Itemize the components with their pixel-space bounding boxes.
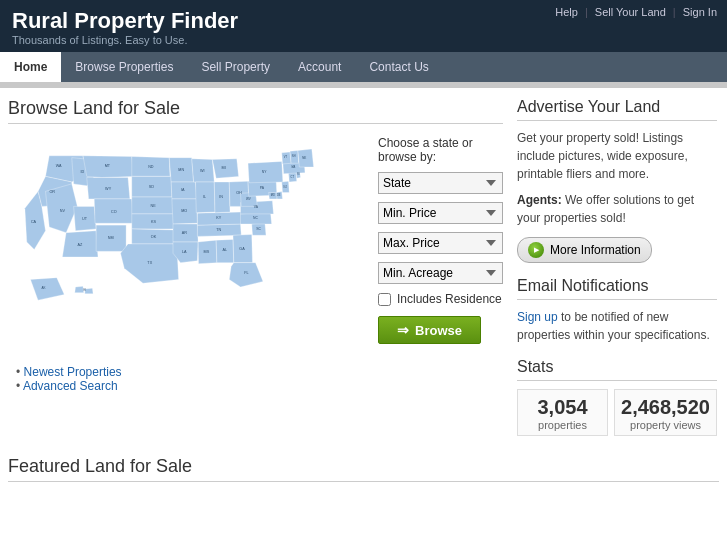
sign-in-link[interactable]: Sign In <box>683 6 717 18</box>
state-select[interactable]: State <box>378 172 503 194</box>
main-nav: Home Browse Properties Sell Property Acc… <box>0 52 727 82</box>
usa-map-container: WA OR CA NV ID MT WY UT CO AZ NM ND SD N… <box>8 132 368 355</box>
svg-text:WA: WA <box>56 164 62 168</box>
newest-properties-link[interactable]: Newest Properties <box>24 365 122 379</box>
browse-button-label: Browse <box>415 323 462 338</box>
svg-text:NY: NY <box>262 170 267 174</box>
svg-text:MI: MI <box>222 167 226 171</box>
svg-text:ID: ID <box>80 170 84 174</box>
browse-arrow-icon: ⇒ <box>397 322 409 338</box>
svg-text:HI: HI <box>83 288 86 292</box>
views-label: property views <box>621 419 710 431</box>
properties-label: properties <box>524 419 601 431</box>
svg-text:MT: MT <box>105 164 111 168</box>
site-header: Help | Sell Your Land | Sign In Rural Pr… <box>0 0 727 52</box>
stats-boxes: 3,054 properties 2,468,520 property view… <box>517 389 717 436</box>
left-column: Browse Land for Sale <box>8 98 503 436</box>
nav-home[interactable]: Home <box>0 52 61 82</box>
svg-text:SC: SC <box>256 227 261 231</box>
play-icon <box>528 242 544 258</box>
stats-title: Stats <box>517 358 717 381</box>
more-info-button[interactable]: More Information <box>517 237 652 263</box>
svg-text:NV: NV <box>60 209 66 213</box>
sell-land-link[interactable]: Sell Your Land <box>595 6 666 18</box>
svg-text:IN: IN <box>219 196 223 200</box>
svg-text:KY: KY <box>216 216 222 220</box>
svg-text:WY: WY <box>105 187 112 191</box>
featured-title: Featured Land for Sale <box>8 456 719 482</box>
svg-text:LA: LA <box>182 250 187 254</box>
svg-text:IL: IL <box>203 196 206 200</box>
svg-text:NC: NC <box>253 216 258 220</box>
nav-browse-properties[interactable]: Browse Properties <box>61 52 187 82</box>
property-links: Newest Properties Advanced Search <box>8 365 503 393</box>
svg-text:WI: WI <box>200 169 205 173</box>
more-info-label: More Information <box>550 243 641 257</box>
browse-form: Choose a state or browse by: State Min. … <box>378 132 503 355</box>
svg-text:OR: OR <box>49 191 55 195</box>
svg-text:OK: OK <box>151 235 157 239</box>
svg-text:MN: MN <box>178 168 184 172</box>
svg-text:TN: TN <box>216 228 221 232</box>
svg-text:OH: OH <box>236 191 242 195</box>
svg-text:NE: NE <box>151 204 157 208</box>
usa-map[interactable]: WA OR CA NV ID MT WY UT CO AZ NM ND SD N… <box>8 132 368 352</box>
advertise-text: Get your property sold! Listings include… <box>517 129 717 183</box>
properties-count: 3,054 <box>524 396 601 419</box>
svg-text:NM: NM <box>108 236 114 240</box>
main-content: Browse Land for Sale <box>0 88 727 446</box>
svg-text:MS: MS <box>204 250 210 254</box>
views-count: 2,468,520 <box>621 396 710 419</box>
svg-text:MO: MO <box>181 209 187 213</box>
email-title: Email Notifications <box>517 277 717 300</box>
email-section: Email Notifications Sign up to be notifi… <box>517 277 717 344</box>
browse-title: Browse Land for Sale <box>8 98 503 124</box>
nav-sell-property[interactable]: Sell Property <box>187 52 284 82</box>
help-link[interactable]: Help <box>555 6 578 18</box>
agents-label: Agents: <box>517 193 562 207</box>
includes-residence-checkbox[interactable] <box>378 293 391 306</box>
svg-text:GA: GA <box>239 247 245 251</box>
svg-text:UT: UT <box>82 218 88 222</box>
min-acreage-select[interactable]: Min. Acreage <box>378 262 503 284</box>
svg-text:AZ: AZ <box>78 243 84 247</box>
max-price-select[interactable]: Max. Price <box>378 232 503 254</box>
svg-text:IA: IA <box>181 189 185 193</box>
email-text: Sign up to be notified of new properties… <box>517 308 717 344</box>
right-column: Advertise Your Land Get your property so… <box>517 98 717 436</box>
svg-text:SD: SD <box>149 185 155 189</box>
site-tagline: Thousands of Listings. Easy to Use. <box>12 34 715 46</box>
svg-text:KS: KS <box>151 220 157 224</box>
sign-up-link[interactable]: Sign up <box>517 310 558 324</box>
svg-text:ND: ND <box>148 165 154 169</box>
nav-account[interactable]: Account <box>284 52 355 82</box>
svg-text:AK: AK <box>42 286 46 290</box>
svg-text:AL: AL <box>222 249 227 253</box>
svg-text:TX: TX <box>147 261 152 265</box>
includes-residence-row: Includes Residence <box>378 292 503 306</box>
advertise-agents: Agents: We offer solutions to get your p… <box>517 191 717 227</box>
advertise-title: Advertise Your Land <box>517 98 717 121</box>
min-price-select[interactable]: Min. Price <box>378 202 503 224</box>
choose-label: Choose a state or browse by: <box>378 136 503 164</box>
svg-text:FL: FL <box>244 271 248 275</box>
advertise-section: Advertise Your Land Get your property so… <box>517 98 717 263</box>
nav-contact-us[interactable]: Contact Us <box>355 52 442 82</box>
advanced-search-link[interactable]: Advanced Search <box>23 379 118 393</box>
map-form-row: WA OR CA NV ID MT WY UT CO AZ NM ND SD N… <box>8 132 503 355</box>
includes-residence-label: Includes Residence <box>397 292 502 306</box>
browse-button[interactable]: ⇒ Browse <box>378 316 481 344</box>
svg-text:WV: WV <box>246 197 251 201</box>
views-stat: 2,468,520 property views <box>614 389 717 436</box>
svg-text:AR: AR <box>182 231 188 235</box>
svg-text:CA: CA <box>31 221 37 225</box>
svg-text:CO: CO <box>111 210 117 214</box>
top-links: Help | Sell Your Land | Sign In <box>555 6 717 18</box>
stats-section: Stats 3,054 properties 2,468,520 propert… <box>517 358 717 436</box>
properties-stat: 3,054 properties <box>517 389 608 436</box>
